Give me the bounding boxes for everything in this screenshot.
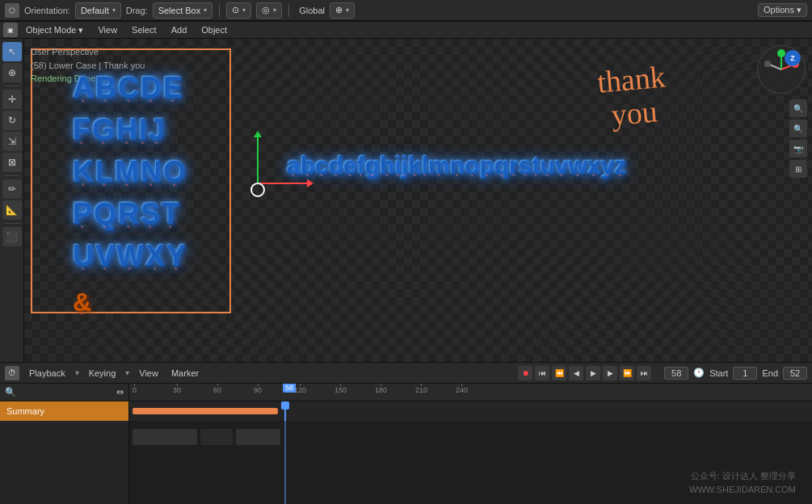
- transform-y-axis: [257, 136, 259, 184]
- letter-b: b: [301, 152, 315, 179]
- timeline-keying[interactable]: Keying: [86, 367, 120, 380]
- dropdown-arrow2: ▾: [204, 6, 207, 14]
- end-frame-input[interactable]: 52: [783, 367, 807, 380]
- tool-sep2: [4, 175, 20, 176]
- letter-amp: &: [73, 288, 91, 317]
- proportional-dropdown[interactable]: ◎ ▾: [256, 2, 282, 19]
- menu-bar: ▣ Object Mode ▾ View Select Add Object: [0, 21, 812, 39]
- timeline-right-panel[interactable]: 0 30 60 90 120 150 180 210 240 58: [129, 384, 812, 504]
- letter-y2: y: [601, 152, 615, 179]
- search-icon: 🔍: [5, 387, 16, 397]
- letter-s: s: [519, 152, 532, 179]
- letter-e: e: [343, 152, 357, 179]
- view-grid[interactable]: ⊞: [789, 160, 807, 178]
- start-frame-input[interactable]: 1: [733, 367, 757, 380]
- letter-u: u: [540, 152, 554, 179]
- letter-i: i: [394, 152, 401, 179]
- menu-view[interactable]: View: [91, 23, 124, 36]
- letter-g: g: [365, 152, 380, 179]
- letter-D: D: [141, 71, 162, 105]
- letter-H: H: [116, 113, 137, 147]
- timeline-skip-end[interactable]: ⏭: [637, 366, 651, 380]
- timeline-next-key[interactable]: ▶: [603, 366, 617, 380]
- timeline-play[interactable]: ▶: [586, 366, 600, 380]
- tool-measure[interactable]: 📐: [2, 200, 22, 220]
- letter-F: F: [73, 113, 90, 147]
- letter-x: x: [587, 152, 601, 179]
- options-btn[interactable]: Options ▾: [758, 3, 807, 17]
- tool-cursor[interactable]: ⊕: [2, 63, 22, 82]
- letter-q: q: [494, 152, 509, 179]
- dropdown-arrow: ▾: [112, 6, 116, 14]
- summary-channel[interactable]: Summary: [0, 401, 128, 421]
- summary-label: Summary: [6, 406, 44, 416]
- menu-add[interactable]: Add: [165, 23, 194, 36]
- ruler-210: 210: [415, 384, 427, 394]
- transform-x-axis: [260, 183, 309, 184]
- playhead-line: [284, 421, 286, 504]
- letter-U: U: [73, 239, 94, 273]
- playhead-top: [281, 401, 289, 410]
- timeline-view[interactable]: View: [136, 367, 162, 380]
- letter-M: M: [115, 155, 139, 189]
- tool-move[interactable]: ✛: [2, 90, 22, 109]
- view-zoom-in[interactable]: 🔍: [789, 99, 807, 117]
- timeline-marker[interactable]: Marker: [168, 367, 202, 380]
- ruler-120: 120: [294, 384, 306, 394]
- letter-d: d: [329, 152, 343, 179]
- tool-annotate[interactable]: ✏: [2, 179, 22, 199]
- timeline-body: 🔍 ⇔ Summary 0 30 60 90 120 150 180: [0, 384, 812, 504]
- prop-arrow: ▾: [273, 6, 276, 14]
- gizmo-circle: Z: [757, 45, 806, 94]
- letter-c: c: [315, 152, 329, 179]
- timeline-ruler: 0 30 60 90 120 150 180 210 240 58: [129, 384, 812, 401]
- view-3d[interactable]: User Perspective (58) Lower Case | Thank…: [24, 39, 812, 362]
- tl-left-header: 🔍 ⇔: [0, 384, 128, 401]
- timeline-record-btn[interactable]: ⏺: [518, 366, 532, 380]
- letter-p: p: [479, 152, 494, 179]
- view-controls-right: 🔍 🔍 📷 ⊞: [789, 99, 807, 178]
- tool-rotate[interactable]: ↻: [2, 111, 22, 130]
- ruler-marks-container: 0 30 60 90 120 150 180 210 240 58: [129, 384, 812, 401]
- orientation-dropdown[interactable]: Default ▾: [75, 2, 121, 19]
- separator: [219, 4, 220, 17]
- letter-n: n: [450, 152, 465, 179]
- letter-N: N: [141, 155, 162, 189]
- menu-object-mode[interactable]: Object Mode ▾: [19, 23, 90, 37]
- timeline-next-frame[interactable]: ⏩: [620, 366, 634, 380]
- menu-object[interactable]: Object: [195, 23, 234, 36]
- menu-select[interactable]: Select: [125, 23, 163, 36]
- timeline-header: ⏱ Playback ▾ Keying ▾ View Marker ⏺ ⏮ ⏪ …: [0, 363, 812, 384]
- tool-add-cube[interactable]: ⬛: [2, 227, 22, 246]
- current-frame-display[interactable]: 58: [664, 367, 688, 380]
- timeline-prev-key[interactable]: ◀: [569, 366, 583, 380]
- letter-T: T: [162, 197, 179, 231]
- end-label: End: [762, 368, 778, 378]
- playhead-label: 58: [283, 384, 296, 393]
- view-zoom-out[interactable]: 🔍: [789, 120, 807, 137]
- letter-X: X: [145, 239, 165, 273]
- clock-icon: 🕐: [693, 368, 705, 378]
- letter-k: k: [408, 152, 422, 179]
- letter-f: f: [357, 152, 365, 179]
- timeline-prev-frame[interactable]: ⏪: [552, 366, 566, 380]
- global-dropdown[interactable]: ⊕ ▾: [330, 2, 355, 19]
- timeline-playback[interactable]: Playback: [26, 367, 69, 380]
- tool-transform[interactable]: ⊠: [2, 153, 22, 172]
- tl-block-3: [236, 429, 280, 445]
- gizmo-z-label: Z: [785, 50, 801, 66]
- navigation-gizmo[interactable]: Z: [757, 45, 806, 94]
- letter-l: l: [422, 152, 428, 179]
- letter-B: B: [95, 71, 116, 105]
- tool-sep3: [4, 223, 20, 224]
- expand-btn[interactable]: ⇔: [116, 387, 124, 397]
- timeline-skip-start[interactable]: ⏮: [535, 366, 549, 380]
- drag-dropdown[interactable]: Select Box ▾: [153, 2, 213, 19]
- snap-dropdown[interactable]: ⊙ ▾: [226, 2, 251, 19]
- view-camera[interactable]: 📷: [789, 140, 807, 158]
- tool-select[interactable]: ↖: [2, 42, 22, 61]
- tool-scale[interactable]: ⇲: [2, 132, 22, 151]
- timeline-icon: ⏱: [5, 366, 19, 380]
- timeline-left-panel: 🔍 ⇔ Summary: [0, 384, 129, 504]
- letter-Q: Q: [94, 197, 116, 231]
